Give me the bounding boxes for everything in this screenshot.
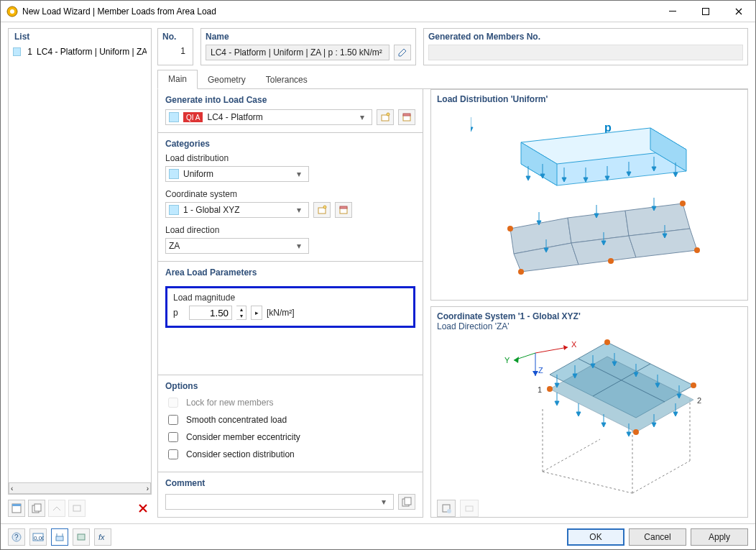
opt-sect[interactable]: Consider section distribution (165, 447, 415, 462)
edit-name-icon[interactable] (394, 45, 411, 60)
magnitude-symbol: p (173, 308, 185, 318)
generate-title: Generate into Load Case (165, 95, 415, 105)
name-label: Name (206, 32, 411, 42)
generated-label: Generated on Members No. (428, 32, 743, 42)
svg-rect-2 (669, 11, 676, 12)
new-icon[interactable] (8, 500, 25, 517)
cs-library-icon[interactable] (335, 202, 352, 218)
no-value: 1 (162, 42, 188, 58)
load-direction-combo[interactable]: ZA ▾ (165, 238, 309, 254)
chevron-down-icon: ▾ (356, 112, 369, 122)
preview-coordinate-system: Coordinate System '1 - Global XYZ' Load … (430, 306, 748, 518)
combo-value: 1 - Global XYZ (183, 205, 240, 215)
chevron-down-icon: ▾ (292, 169, 305, 179)
tab-main[interactable]: Main (157, 70, 198, 89)
left-column: List 1 LC4 - Platform | Uniform | ZA | p… (8, 28, 152, 518)
opt-lock-label: Lock for new members (186, 398, 273, 408)
new-loadcase-icon[interactable] (377, 109, 394, 125)
comment-pick-icon[interactable] (398, 494, 415, 510)
opt-smooth-label: Smooth concentrated load (186, 415, 287, 425)
name-value: LC4 - Platform | Uniform | ZA | p : 1.50… (211, 47, 382, 58)
function-icon[interactable]: fx (94, 528, 111, 546)
chevron-down-icon: ▾ (292, 205, 305, 215)
new-cs-icon[interactable] (313, 202, 331, 218)
opt-ecc-checkbox[interactable] (168, 432, 178, 442)
svg-marker-92 (673, 412, 678, 416)
list-item-swatch (13, 47, 21, 56)
units-icon[interactable]: 0,00 (29, 528, 47, 546)
svg-marker-71 (533, 371, 538, 376)
cancel-button[interactable]: Cancel (629, 528, 686, 546)
tab-geometry[interactable]: Geometry (198, 71, 256, 89)
list-body[interactable]: 1 LC4 - Platform | Uniform | ZA | p : (9, 45, 151, 482)
tab-tolerances[interactable]: Tolerances (256, 71, 318, 89)
no-box: No. 1 (157, 28, 193, 65)
list-item[interactable]: 1 LC4 - Platform | Uniform | ZA | p : (9, 45, 151, 59)
model-view-icon[interactable] (51, 528, 68, 546)
chevron-down-icon: ▾ (292, 241, 305, 251)
options-section: Options Lock for new members Smooth conc… (158, 375, 423, 472)
form-column: Generate into Load Case QI A LC4 - Platf… (157, 89, 423, 518)
svg-rect-5 (12, 504, 21, 506)
preview-tool-1-icon[interactable] (437, 500, 456, 517)
svg-text:0,00: 0,00 (34, 535, 44, 541)
copy-icon[interactable] (28, 500, 45, 517)
combo-value: Uniform (183, 169, 213, 179)
svg-rect-16 (340, 206, 347, 208)
preview-cs-title1: Coordinate System '1 - Global XYZ' (437, 311, 742, 321)
generated-area (428, 45, 743, 60)
left-toolbar (8, 499, 152, 518)
list-scroll-horizontal[interactable]: ‹› (9, 482, 151, 494)
preview-cs-title2: Load Direction 'ZA' (437, 321, 742, 331)
load-distribution-combo[interactable]: Uniform ▾ (165, 166, 309, 182)
magnitude-play-icon[interactable]: ▸ (251, 306, 262, 320)
svg-text:Y: Y (504, 356, 510, 365)
load-magnitude-label: Load magnitude (173, 293, 407, 303)
comment-combo[interactable]: ▾ (165, 494, 394, 510)
opt-ecc[interactable]: Consider member eccentricity (165, 430, 415, 444)
svg-rect-7 (34, 504, 41, 511)
magnitude-input[interactable] (189, 306, 232, 320)
svg-point-1 (10, 9, 14, 14)
opt-lock: Lock for new members (165, 395, 415, 410)
combo-value: LC4 - Platform (207, 112, 262, 122)
opt-sect-checkbox[interactable] (168, 449, 178, 459)
minimize-button[interactable] (656, 1, 689, 22)
svg-point-47 (507, 226, 513, 232)
comment-section: Comment (158, 472, 423, 494)
library-icon[interactable] (398, 109, 415, 125)
svg-point-50 (518, 269, 524, 275)
preview-footer (437, 497, 742, 517)
opt-smooth-checkbox[interactable] (168, 415, 178, 425)
coordinate-system-combo[interactable]: 1 - Global XYZ ▾ (165, 202, 309, 218)
toolbar-btn-4[interactable] (68, 500, 86, 517)
svg-text:X: X (571, 340, 577, 349)
combo-value: ZA (169, 241, 180, 251)
svg-marker-24 (471, 127, 473, 132)
comment-title: Comment (165, 478, 415, 488)
svg-rect-18 (405, 498, 411, 505)
apply-button[interactable]: Apply (691, 528, 748, 546)
list-item-label: LC4 - Platform | Uniform | ZA | p : (37, 47, 147, 57)
render-icon[interactable] (73, 528, 90, 546)
toolbar-btn-3[interactable] (48, 500, 65, 517)
maximize-button[interactable] (689, 1, 722, 22)
area-load-title: Area Load Parameters (165, 267, 415, 278)
help-icon[interactable]: ? (8, 528, 25, 546)
ok-button[interactable]: OK (567, 528, 624, 546)
close-button[interactable] (722, 1, 755, 22)
load-case-combo[interactable]: QI A LC4 - Platform ▾ (165, 109, 372, 125)
preview-distribution: Load Distribution 'Uniform' p (430, 89, 748, 301)
preview-tool-2-icon[interactable] (460, 500, 479, 517)
bottom-bar: ? 0,00 fx OK Cancel Apply (1, 523, 755, 549)
svg-rect-116 (56, 536, 63, 541)
load-magnitude-highlight: Load magnitude p ▴▾ ▸ [kN/m²] (165, 286, 415, 328)
main-area: List 1 LC4 - Platform | Uniform | ZA | p… (8, 28, 748, 518)
delete-icon[interactable] (134, 500, 152, 517)
svg-point-48 (680, 201, 686, 206)
opt-smooth[interactable]: Smooth concentrated load (165, 413, 415, 427)
svg-point-104 (691, 382, 696, 388)
magnitude-stepper[interactable]: ▴▾ (236, 306, 246, 320)
window-buttons (656, 1, 755, 22)
window-title: New Load Wizard | Member Loads from Area… (22, 6, 656, 17)
